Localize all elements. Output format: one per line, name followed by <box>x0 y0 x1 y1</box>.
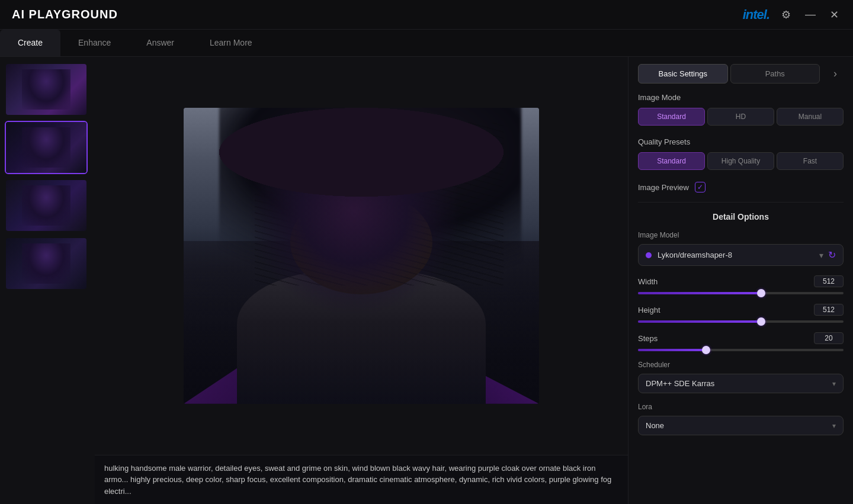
lora-value: None <box>646 421 832 430</box>
quality-btn-high[interactable]: High Quality <box>707 152 774 170</box>
tab-enhance[interactable]: Enhance <box>60 30 129 56</box>
mode-btn-standard[interactable]: Standard <box>638 108 705 126</box>
steps-label: Steps <box>638 334 658 343</box>
right-panel: Basic Settings Paths › Image Mode Standa… <box>628 57 853 504</box>
image-preview-checkbox[interactable]: ✓ <box>695 182 706 192</box>
tabbar: Create Enhance Answer Learn More <box>0 30 853 57</box>
tab-basic-settings[interactable]: Basic Settings <box>638 64 728 84</box>
steps-value: 20 <box>814 332 844 344</box>
width-slider-container: Width 512 <box>638 275 844 294</box>
image-mode-label: Image Mode <box>638 93 844 102</box>
expand-panel-icon[interactable]: › <box>827 66 844 82</box>
steps-slider-header: Steps 20 <box>638 332 844 344</box>
steps-slider-fill <box>638 349 706 351</box>
titlebar-left: AI PLAYGROUND <box>12 8 118 21</box>
image-preview-row: Image Preview ✓ <box>638 182 844 192</box>
tab-learn-more[interactable]: Learn More <box>192 30 270 56</box>
steps-slider-thumb[interactable] <box>702 346 710 354</box>
steps-slider-track[interactable] <box>638 349 844 351</box>
main-image-container <box>184 108 539 404</box>
mode-btn-manual[interactable]: Manual <box>777 108 844 126</box>
titlebar: AI PLAYGROUND intel. ⚙ — ✕ <box>0 0 853 30</box>
image-model-dropdown[interactable]: Lykon/dreamshaper-8 ▾ ↻ <box>638 244 844 266</box>
thumbnail-2[interactable] <box>5 121 88 174</box>
tab-answer[interactable]: Answer <box>129 30 192 56</box>
panel-tabs: Basic Settings Paths › <box>628 57 853 84</box>
quality-preset-buttons: Standard High Quality Fast <box>638 152 844 170</box>
lora-arrow-icon: ▾ <box>832 422 836 430</box>
detail-options-title: Detail Options <box>638 212 844 221</box>
thumbnail-1[interactable] <box>5 63 88 116</box>
width-slider-thumb[interactable] <box>757 289 765 297</box>
mode-btn-hd[interactable]: HD <box>707 108 774 126</box>
prompt-area[interactable]: hulking handsome male warrior, detailed … <box>95 455 628 505</box>
image-preview-label: Image Preview <box>638 183 689 192</box>
height-value: 512 <box>814 304 844 316</box>
close-icon[interactable]: ✕ <box>828 6 841 24</box>
lora-label: Lora <box>638 403 844 411</box>
image-model-value: Lykon/dreamshaper-8 <box>658 251 819 259</box>
minimize-icon[interactable]: — <box>803 6 818 23</box>
tab-paths[interactable]: Paths <box>730 64 820 84</box>
titlebar-right: intel. ⚙ — ✕ <box>743 6 841 24</box>
height-slider-track[interactable] <box>638 320 844 323</box>
settings-icon[interactable]: ⚙ <box>779 6 793 24</box>
intel-logo: intel. <box>743 7 769 23</box>
check-icon: ✓ <box>697 183 703 191</box>
width-slider-fill <box>638 292 761 294</box>
panel-content: Image Mode Standard HD Manual Quality Pr… <box>628 84 853 504</box>
width-slider-track[interactable] <box>638 292 844 294</box>
scheduler-arrow-icon: ▾ <box>832 380 836 388</box>
chevron-down-icon: ▾ <box>819 251 823 260</box>
model-dot <box>646 252 652 258</box>
refresh-icon[interactable]: ↻ <box>828 249 836 261</box>
scheduler-label: Scheduler <box>638 361 844 369</box>
image-mode-buttons: Standard HD Manual <box>638 108 844 126</box>
app-title: AI PLAYGROUND <box>12 8 118 21</box>
quality-presets-section: Quality Presets Standard High Quality Fa… <box>638 137 844 170</box>
image-display <box>95 57 628 455</box>
thumbnail-sidebar <box>0 57 95 504</box>
quality-btn-standard[interactable]: Standard <box>638 152 705 170</box>
height-slider-header: Height 512 <box>638 304 844 316</box>
steps-slider-container: Steps 20 <box>638 332 844 351</box>
main-content: hulking handsome male warrior, detailed … <box>0 57 853 504</box>
image-mode-section: Image Mode Standard HD Manual <box>638 93 844 126</box>
image-model-label: Image Model <box>638 231 844 239</box>
height-label: Height <box>638 306 660 314</box>
lora-dropdown[interactable]: None ▾ <box>638 416 844 435</box>
height-slider-thumb[interactable] <box>757 317 765 326</box>
tab-create[interactable]: Create <box>0 30 60 56</box>
width-label: Width <box>638 277 658 286</box>
thumbnail-4[interactable] <box>5 237 88 290</box>
dropdown-icons: ▾ ↻ <box>819 249 836 261</box>
scheduler-dropdown[interactable]: DPM++ SDE Karras ▾ <box>638 374 844 393</box>
height-slider-fill <box>638 320 761 323</box>
center-area: hulking handsome male warrior, detailed … <box>95 57 628 504</box>
width-slider-header: Width 512 <box>638 275 844 287</box>
scheduler-value: DPM++ SDE Karras <box>646 379 832 388</box>
thumbnail-3[interactable] <box>5 179 88 232</box>
divider-1 <box>638 202 844 203</box>
prompt-text: hulking handsome male warrior, detailed … <box>104 463 618 497</box>
width-value: 512 <box>814 275 844 287</box>
quality-btn-fast[interactable]: Fast <box>777 152 844 170</box>
quality-presets-label: Quality Presets <box>638 137 844 146</box>
warrior-portrait <box>184 108 539 404</box>
height-slider-container: Height 512 <box>638 304 844 323</box>
